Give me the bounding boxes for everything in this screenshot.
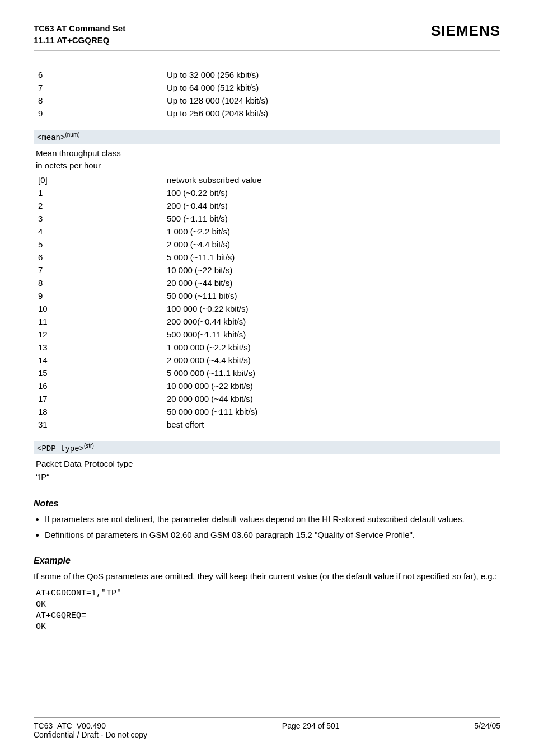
row-key: 8 xyxy=(34,276,167,289)
row-key: 13 xyxy=(34,341,167,354)
row-key: 11 xyxy=(34,315,167,328)
example-intro: If some of the QoS parameters are omitte… xyxy=(34,570,500,583)
footer-confidential: Confidential / Draft - Do not copy xyxy=(34,730,147,739)
note-item: If parameters are not defined, the param… xyxy=(45,513,500,525)
peak-table-continued: 6Up to 32 000 (256 kbit/s)7Up to 64 000 … xyxy=(34,68,500,120)
row-key: 18 xyxy=(34,405,167,418)
pdp-desc-line2: “IP“ xyxy=(36,472,49,481)
row-value: 10 000 000 (~22 kbit/s) xyxy=(167,379,500,392)
row-value: 500 (~1.11 bit/s) xyxy=(167,212,500,225)
row-key: 31 xyxy=(34,418,167,431)
row-value: best effort xyxy=(167,418,500,431)
table-row: 9Up to 256 000 (2048 kbit/s) xyxy=(34,107,500,120)
page-footer: TC63_ATC_V00.490 Confidential / Draft - … xyxy=(34,717,500,739)
table-row: 820 000 (~44 bit/s) xyxy=(34,276,500,289)
table-row: 710 000 (~22 bit/s) xyxy=(34,264,500,276)
row-key: 5 xyxy=(34,238,167,251)
row-value: network subscribed value xyxy=(167,173,500,186)
table-row: 6Up to 32 000 (256 kbit/s) xyxy=(34,68,500,81)
row-key: 6 xyxy=(34,251,167,264)
pdp-desc-line1: Packet Data Protocol type xyxy=(36,459,133,468)
row-key: 9 xyxy=(34,107,167,120)
table-row: 2200 (~0.44 bit/s) xyxy=(34,199,500,212)
footer-date: 5/24/05 xyxy=(474,721,500,739)
row-key: 17 xyxy=(34,392,167,405)
table-row: 950 000 (~111 bit/s) xyxy=(34,289,500,302)
row-value: 500 000(~1.11 kbit/s) xyxy=(167,328,500,341)
footer-version: TC63_ATC_V00.490 xyxy=(34,721,106,730)
row-key: 16 xyxy=(34,379,167,392)
row-key: 14 xyxy=(34,354,167,367)
row-value: 50 000 000 (~111 kbit/s) xyxy=(167,405,500,418)
table-row: 52 000 (~4.4 bit/s) xyxy=(34,238,500,251)
row-key: 4 xyxy=(34,225,167,238)
row-value: Up to 32 000 (256 kbit/s) xyxy=(167,68,500,81)
table-row: 31best effort xyxy=(34,418,500,431)
header-title-line1: TC63 AT Command Set xyxy=(34,22,125,34)
row-value: 100 000 (~0.22 kbit/s) xyxy=(167,302,500,315)
table-row: 155 000 000 (~11.1 kbit/s) xyxy=(34,367,500,379)
param-header-mean: <mean>(num) xyxy=(34,130,500,144)
row-key: 15 xyxy=(34,367,167,379)
row-value: 20 000 (~44 bit/s) xyxy=(167,276,500,289)
table-row: 3500 (~1.11 bit/s) xyxy=(34,212,500,225)
row-value: 200 (~0.44 bit/s) xyxy=(167,199,500,212)
table-row: 1850 000 000 (~111 kbit/s) xyxy=(34,405,500,418)
param-tag-mean: <mean> xyxy=(37,133,65,142)
param-sup-mean: (num) xyxy=(65,132,79,138)
row-key: 7 xyxy=(34,81,167,94)
row-key: 12 xyxy=(34,328,167,341)
row-key: 9 xyxy=(34,289,167,302)
pdp-desc: Packet Data Protocol type “IP“ xyxy=(34,454,500,484)
table-row: 131 000 000 (~2.2 kbit/s) xyxy=(34,341,500,354)
page-header: TC63 AT Command Set 11.11 AT+CGQREQ SIEM… xyxy=(34,22,500,51)
table-row: 12500 000(~1.11 kbit/s) xyxy=(34,328,500,341)
row-key: 3 xyxy=(34,212,167,225)
row-value: Up to 256 000 (2048 kbit/s) xyxy=(167,107,500,120)
example-code: AT+CGDCONT=1,"IP" OK AT+CGQREQ= OK xyxy=(36,588,500,633)
row-value: 2 000 (~4.4 bit/s) xyxy=(167,238,500,251)
row-value: 100 (~0.22 bit/s) xyxy=(167,186,500,199)
row-key: 8 xyxy=(34,94,167,107)
table-row: 65 000 (~11.1 bit/s) xyxy=(34,251,500,264)
param-header-pdp: <PDP_type>(str) xyxy=(34,441,500,455)
param-sup-pdp: (str) xyxy=(84,443,94,449)
row-value: 10 000 (~22 bit/s) xyxy=(167,264,500,276)
row-key: [0] xyxy=(34,173,167,186)
example-title: Example xyxy=(34,556,500,566)
mean-table: [0]network subscribed value1100 (~0.22 b… xyxy=(34,173,500,431)
mean-desc-line2: in octets per hour xyxy=(36,161,101,170)
table-row: 142 000 000 (~4.4 kbit/s) xyxy=(34,354,500,367)
row-key: 1 xyxy=(34,186,167,199)
table-row: 8Up to 128 000 (1024 kbit/s) xyxy=(34,94,500,107)
brand-logo: SIEMENS xyxy=(431,22,500,40)
table-row: 1100 (~0.22 bit/s) xyxy=(34,186,500,199)
row-key: 7 xyxy=(34,264,167,276)
param-tag-pdp: <PDP_type> xyxy=(37,444,84,453)
header-title: TC63 AT Command Set 11.11 AT+CGQREQ xyxy=(34,22,125,46)
row-value: 50 000 (~111 bit/s) xyxy=(167,289,500,302)
row-value: 5 000 (~11.1 bit/s) xyxy=(167,251,500,264)
row-value: Up to 64 000 (512 kbit/s) xyxy=(167,81,500,94)
header-title-line2: 11.11 AT+CGQREQ xyxy=(34,34,125,46)
footer-page: Page 294 of 501 xyxy=(282,721,340,739)
row-value: 1 000 000 (~2.2 kbit/s) xyxy=(167,341,500,354)
notes-title: Notes xyxy=(34,499,500,509)
mean-desc-line1: Mean throughput class xyxy=(36,148,121,158)
table-row: 1720 000 000 (~44 kbit/s) xyxy=(34,392,500,405)
notes-list: If parameters are not defined, the param… xyxy=(45,513,500,541)
row-key: 6 xyxy=(34,68,167,81)
table-row: 11200 000(~0.44 kbit/s) xyxy=(34,315,500,328)
table-row: 1610 000 000 (~22 kbit/s) xyxy=(34,379,500,392)
footer-left: TC63_ATC_V00.490 Confidential / Draft - … xyxy=(34,721,147,739)
table-row: [0]network subscribed value xyxy=(34,173,500,186)
row-value: Up to 128 000 (1024 kbit/s) xyxy=(167,94,500,107)
row-value: 2 000 000 (~4.4 kbit/s) xyxy=(167,354,500,367)
row-key: 10 xyxy=(34,302,167,315)
table-row: 10100 000 (~0.22 kbit/s) xyxy=(34,302,500,315)
note-item: Definitions of parameters in GSM 02.60 a… xyxy=(45,529,500,541)
row-value: 200 000(~0.44 kbit/s) xyxy=(167,315,500,328)
mean-desc: Mean throughput class in octets per hour xyxy=(34,144,500,173)
table-row: 7Up to 64 000 (512 kbit/s) xyxy=(34,81,500,94)
row-key: 2 xyxy=(34,199,167,212)
